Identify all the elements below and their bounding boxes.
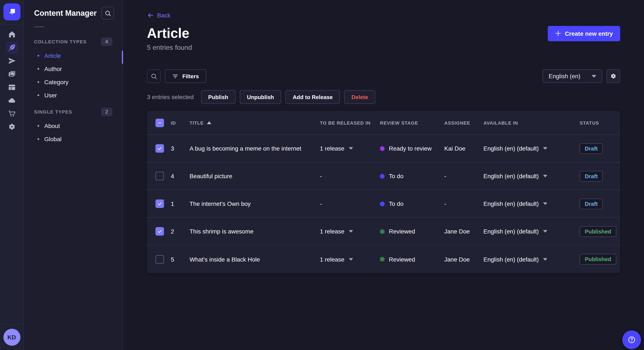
sidebar-item-label: Category	[44, 78, 68, 85]
sidebar-item-about[interactable]: About	[24, 119, 123, 132]
create-new-entry-button[interactable]: Create new entry	[548, 26, 620, 41]
locale-select[interactable]: English (en)	[543, 69, 602, 83]
section-count-badge: 4	[101, 37, 112, 46]
sidebar-item-article[interactable]: Article	[24, 49, 123, 62]
released-value: 1 release	[320, 228, 344, 235]
user-avatar[interactable]: KD	[3, 329, 20, 346]
filters-label: Filters	[182, 73, 199, 79]
column-header-status[interactable]: STATUS	[580, 120, 620, 125]
filters-button[interactable]: Filters	[165, 69, 206, 83]
content-type-builder-icon[interactable]	[5, 81, 18, 93]
sidebar-item-user[interactable]: User	[24, 88, 123, 102]
table-row[interactable]: 3 A bug is becoming a meme on the intern…	[147, 135, 620, 163]
status-badge: Draft	[580, 171, 603, 181]
cell-available-in[interactable]: English (en) (default)	[484, 145, 580, 152]
cell-id: 3	[171, 145, 190, 152]
stage-dot	[380, 146, 384, 151]
deploy-cloud-icon[interactable]	[5, 94, 18, 106]
bullet-icon	[38, 94, 39, 96]
delete-button[interactable]: Delete	[344, 90, 375, 104]
cell-available-in[interactable]: English (en) (default)	[484, 256, 580, 263]
chevron-down-icon	[543, 147, 547, 150]
back-label: Back	[157, 12, 170, 19]
sidebar-item-category[interactable]: Category	[24, 75, 123, 88]
table-row[interactable]: 4 Beautiful picture - To do - English (e…	[147, 163, 620, 190]
row-checkbox[interactable]	[156, 199, 164, 208]
rail-bottom: KD	[0, 324, 24, 350]
column-header-id[interactable]: ID	[171, 120, 190, 125]
search-icon	[150, 72, 158, 80]
cell-title: This shrimp is awesome	[190, 228, 320, 235]
sidebar-item-author[interactable]: Author	[24, 62, 123, 75]
table-row[interactable]: 5 What's inside a Black Hole 1 release R…	[147, 245, 620, 273]
filter-icon	[172, 73, 178, 79]
chevron-down-icon	[592, 75, 596, 78]
check-icon	[157, 229, 162, 234]
releases-send-icon[interactable]	[5, 55, 18, 67]
sidebar-search-button[interactable]	[101, 7, 114, 19]
cell-assignee: Kai Doe	[444, 145, 484, 152]
view-settings-button[interactable]	[606, 69, 620, 83]
section-label: COLLECTION TYPES	[34, 39, 87, 44]
column-header-assignee[interactable]: ASSIGNEE	[444, 120, 484, 125]
status-badge: Draft	[580, 198, 603, 209]
row-checkbox[interactable]	[156, 255, 164, 263]
cell-title: A bug is becoming a meme on the internet	[190, 145, 320, 152]
content-manager-feather-icon[interactable]	[5, 42, 18, 54]
table-row[interactable]: 1 The internet's Own boy - To do - Engli…	[147, 190, 620, 218]
row-checkbox[interactable]	[156, 227, 164, 236]
bullet-icon	[38, 125, 39, 127]
check-icon	[157, 146, 162, 151]
bullet-icon	[38, 55, 39, 56]
cell-available-in[interactable]: English (en) (default)	[484, 228, 580, 235]
sidebar-item-label: Global	[44, 136, 62, 142]
stage-dot	[380, 201, 384, 206]
column-header-review-stage[interactable]: REVIEW STAGE	[380, 120, 444, 125]
entries-table: ID TITLE TO BE RELEASED IN REVIEW STAGE …	[147, 111, 620, 273]
cell-assignee: Jane Doe	[444, 256, 484, 263]
section-label: SINGLE TYPES	[34, 109, 72, 114]
settings-gear-icon[interactable]	[5, 121, 18, 133]
unpublish-button[interactable]: Unpublish	[240, 90, 281, 104]
column-header-available-in[interactable]: AVAILABLE IN	[484, 120, 580, 125]
column-header-released[interactable]: TO BE RELEASED IN	[320, 120, 380, 125]
cell-available-in[interactable]: English (en) (default)	[484, 200, 580, 207]
column-header-title[interactable]: TITLE	[190, 120, 320, 125]
back-link[interactable]: Back	[147, 12, 170, 19]
search-button[interactable]	[147, 69, 160, 83]
status-badge: Published	[580, 226, 616, 237]
question-icon	[628, 336, 636, 344]
chevron-down-icon	[348, 258, 353, 260]
media-library-icon[interactable]	[5, 68, 18, 80]
row-checkbox[interactable]	[156, 172, 164, 180]
main-content: Back Article Create new entry 5 entries …	[123, 0, 644, 350]
cell-title: What's inside a Black Hole	[190, 256, 320, 263]
locale-value: English (en) (default)	[484, 145, 539, 152]
help-button[interactable]	[622, 331, 641, 349]
column-header-title-label: TITLE	[190, 120, 204, 125]
stage-label: To do	[389, 173, 404, 179]
toolbar: Filters English (en)	[147, 69, 620, 83]
status-badge: Draft	[580, 143, 603, 154]
cell-title: Beautiful picture	[190, 173, 320, 179]
cell-released[interactable]: 1 release	[320, 228, 380, 235]
home-icon[interactable]	[5, 28, 18, 40]
cell-released[interactable]: 1 release	[320, 145, 380, 152]
row-checkbox[interactable]	[156, 144, 164, 153]
publish-button[interactable]: Publish	[201, 90, 235, 104]
strapi-logo[interactable]	[3, 3, 20, 20]
selection-action-bar: 3 entries selected Publish Unpublish Add…	[147, 90, 620, 104]
cell-available-in[interactable]: English (en) (default)	[484, 173, 580, 179]
chevron-down-icon	[543, 202, 547, 205]
table-row[interactable]: 2 This shrimp is awesome 1 release Revie…	[147, 218, 620, 245]
select-all-checkbox[interactable]	[156, 118, 164, 127]
sidebar-item-label: Author	[44, 65, 62, 72]
rail-bottom-divider	[0, 324, 24, 325]
add-to-release-button[interactable]: Add to Release	[285, 90, 340, 104]
sidebar-item-global[interactable]: Global	[24, 132, 123, 146]
marketplace-cart-icon[interactable]	[5, 108, 18, 120]
cell-review-stage: To do	[380, 200, 444, 207]
cell-review-stage: To do	[380, 173, 444, 179]
cell-released[interactable]: 1 release	[320, 256, 380, 263]
collection-types-section: COLLECTION TYPES 4 Article Author Catego…	[24, 37, 123, 102]
